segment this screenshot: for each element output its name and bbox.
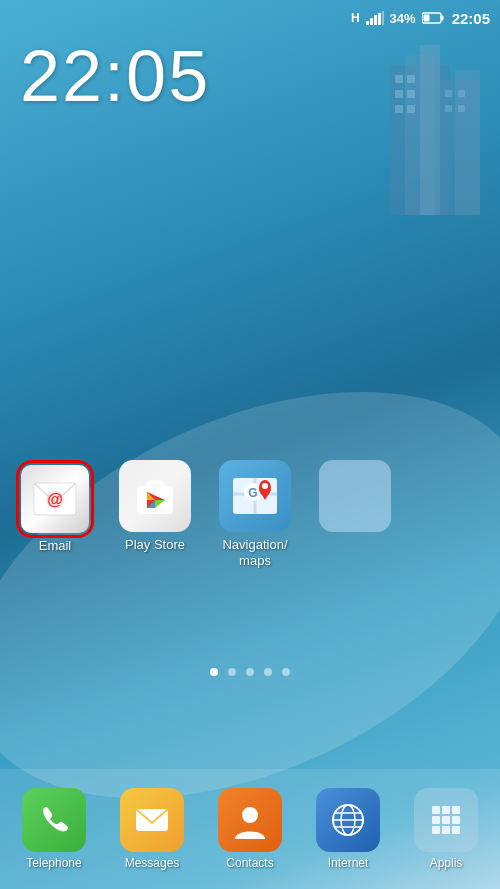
building-decoration [310,25,500,215]
playstore-icon [119,460,191,532]
svg-rect-47 [442,806,450,814]
maps-label: Navigation/ maps [222,537,287,568]
applis-label: Applis [430,856,463,870]
telephone-icon [22,788,86,852]
battery-percent: 34% [390,11,416,26]
svg-rect-52 [432,826,440,834]
email-highlight-border: @ [16,460,94,538]
playstore-label: Play Store [125,537,185,553]
contacts-icon [218,788,282,852]
svg-rect-50 [442,816,450,824]
app-grid: @ Email Play Store [0,460,500,568]
contacts-label: Contacts [226,856,273,870]
svg-rect-7 [395,90,403,98]
svg-rect-8 [407,90,415,98]
playstore-app[interactable]: Play Store [110,460,200,553]
maps-icon: G [219,460,291,532]
status-time: 22:05 [452,10,490,27]
applis-dock-item[interactable]: Applis [401,788,491,870]
svg-rect-2 [420,45,440,215]
applis-icon [414,788,478,852]
svg-rect-16 [370,18,373,25]
email-icon: @ [21,465,89,533]
messages-label: Messages [125,856,180,870]
svg-rect-19 [382,11,384,25]
internet-label: Internet [328,856,369,870]
svg-rect-48 [452,806,460,814]
email-label: Email [39,538,72,554]
svg-rect-5 [395,75,403,83]
network-type: H [351,11,360,25]
status-bar: H 34% 22:05 [0,0,500,36]
svg-point-40 [242,807,258,823]
contacts-dock-item[interactable]: Contacts [205,788,295,870]
dot-2[interactable] [228,668,236,676]
page-indicators [0,668,500,676]
svg-rect-21 [441,16,443,21]
svg-rect-12 [458,90,465,97]
svg-rect-15 [366,21,369,25]
messages-dock-item[interactable]: Messages [107,788,197,870]
svg-point-37 [262,483,268,489]
telephone-label: Telephone [26,856,81,870]
dot-4[interactable] [264,668,272,676]
svg-rect-9 [395,105,403,113]
telephone-dock-item[interactable]: Telephone [9,788,99,870]
svg-rect-51 [452,816,460,824]
dot-1[interactable] [210,668,218,676]
svg-rect-18 [378,13,381,25]
svg-rect-6 [407,75,415,83]
svg-rect-54 [452,826,460,834]
dot-3[interactable] [246,668,254,676]
svg-rect-11 [445,90,452,97]
dock-bar: Telephone Messages Contacts [0,769,500,889]
dot-5[interactable] [282,668,290,676]
clock-widget: 22:05 [20,40,210,112]
clock-time: 22:05 [20,40,210,112]
svg-rect-49 [432,816,440,824]
svg-rect-17 [374,15,377,25]
svg-text:G: G [248,486,257,500]
empty-icon [319,460,391,532]
internet-icon [316,788,380,852]
maps-app[interactable]: G Navigation/ maps [210,460,300,568]
signal-bars-icon [366,11,384,25]
messages-icon [120,788,184,852]
svg-rect-10 [407,105,415,113]
battery-icon [422,12,444,24]
svg-rect-46 [432,806,440,814]
svg-rect-22 [423,15,429,22]
svg-text:@: @ [47,491,63,508]
email-app[interactable]: @ Email [10,460,100,554]
internet-dock-item[interactable]: Internet [303,788,393,870]
empty-slot [310,460,400,532]
svg-rect-14 [458,105,465,112]
svg-rect-53 [442,826,450,834]
svg-rect-13 [445,105,452,112]
